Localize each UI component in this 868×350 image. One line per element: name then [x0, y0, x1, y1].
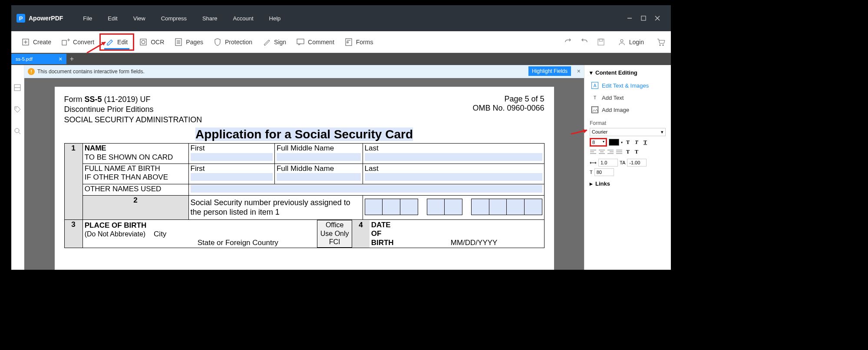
svg-point-22	[663, 44, 664, 46]
pages-button[interactable]: Pages	[169, 35, 208, 49]
chevron-down-icon: ▾	[590, 69, 593, 76]
menu-file[interactable]: File	[75, 15, 100, 22]
valign-bottom-icon[interactable]: T	[633, 148, 640, 155]
highlight-fields-button[interactable]: Highlight Fields	[528, 66, 571, 76]
comment-button[interactable]: Comment	[291, 35, 340, 49]
content-editing-header[interactable]: ▾ Content Editing	[590, 69, 666, 76]
toolbar: Create Convert Edit OCR Pages Protection…	[11, 31, 671, 53]
close-icon[interactable]	[654, 15, 660, 21]
add-image-button[interactable]: Add Image	[590, 104, 666, 116]
ssn-box[interactable]	[365, 199, 383, 215]
first-name-input[interactable]	[191, 153, 273, 161]
vspacing-input[interactable]: 80	[594, 168, 614, 176]
login-button[interactable]: Login	[613, 35, 649, 49]
font-size-input[interactable]: 8▾	[590, 138, 607, 147]
titlebar: P ApowerPDF File Edit View Compress Shar…	[11, 5, 671, 31]
notice-bar: ! This document contains interactive for…	[24, 65, 584, 78]
align-center-icon[interactable]	[598, 148, 605, 155]
dob-label: DATE OF BIRTH	[371, 221, 394, 247]
minimize-icon[interactable]	[627, 15, 633, 21]
menu-account[interactable]: Account	[225, 15, 261, 22]
last-name-input[interactable]	[365, 153, 542, 161]
ssn-box[interactable]	[400, 199, 418, 215]
italic-icon[interactable]: T	[633, 139, 640, 146]
chevron-right-icon: ▸	[590, 180, 593, 187]
svg-point-9	[142, 40, 145, 44]
pdf-page[interactable]: Page 5 of 5 OMB No. 0960-0066 Form SS-5 …	[55, 87, 554, 270]
maximize-icon[interactable]	[640, 15, 647, 21]
birth-middle-input[interactable]	[277, 173, 361, 181]
birth-first-input[interactable]	[191, 173, 273, 181]
add-text-button[interactable]: T Add Text	[590, 92, 666, 104]
notice-close-icon[interactable]: ×	[577, 68, 581, 75]
menu-edit[interactable]: Edit	[100, 15, 125, 22]
redo-icon[interactable]	[563, 37, 573, 47]
section-3-number: 3	[64, 220, 83, 248]
tab-close-icon[interactable]: ×	[59, 56, 62, 62]
ssn-box[interactable]	[471, 199, 489, 215]
menu-compress[interactable]: Compress	[153, 15, 195, 22]
links-header[interactable]: ▸ Links	[590, 180, 666, 187]
svg-point-21	[660, 44, 661, 46]
user-icon	[618, 38, 626, 46]
convert-button[interactable]: Convert	[56, 35, 99, 49]
ssn-box[interactable]	[524, 199, 542, 215]
menu-view[interactable]: View	[125, 15, 153, 22]
undo-icon[interactable]	[580, 37, 589, 47]
dob-format: MM/DD/YYYY	[451, 239, 498, 247]
first-label: First	[191, 144, 205, 152]
tag-icon[interactable]	[14, 106, 22, 114]
search-icon[interactable]	[14, 128, 22, 135]
menu-help[interactable]: Help	[261, 15, 289, 22]
birth-last-input[interactable]	[365, 173, 542, 181]
edit-button[interactable]: Edit	[99, 33, 134, 51]
underline-icon[interactable]: T	[642, 139, 649, 146]
ssn-box[interactable]	[506, 199, 525, 215]
document-tab[interactable]: ss-5.pdf ×	[11, 54, 66, 64]
pages-label: Pages	[186, 39, 203, 46]
middle-label: Full Middle Name	[277, 144, 334, 152]
valign-top-icon[interactable]: T	[624, 148, 631, 155]
discontinue-text: Discontinue Prior Editions	[64, 105, 154, 114]
svg-rect-17	[347, 42, 348, 43]
protection-button[interactable]: Protection	[208, 35, 257, 49]
tabbar: ss-5.pdf × +	[11, 53, 671, 65]
align-left-icon[interactable]	[590, 148, 597, 155]
ssn-box[interactable]	[489, 199, 507, 215]
ssn-box[interactable]	[427, 199, 445, 215]
tab-add-icon[interactable]: +	[66, 54, 77, 64]
menu-share[interactable]: Share	[195, 15, 225, 22]
edit-text-images-button[interactable]: A Edit Text & Images	[590, 79, 666, 92]
ssn-box[interactable]	[382, 199, 400, 215]
app-logo: P	[17, 14, 25, 23]
other-names-label: OTHER NAMES USED	[85, 185, 162, 193]
svg-line-27	[19, 132, 20, 134]
save-icon[interactable]	[596, 37, 606, 47]
other-names-input[interactable]	[191, 185, 542, 193]
notice-text: This document contains interactive form …	[37, 69, 145, 75]
pob-label: PLACE OF BIRTH	[85, 221, 147, 229]
bold-icon[interactable]: T	[624, 139, 631, 146]
forms-button[interactable]: Forms	[340, 35, 379, 49]
color-picker[interactable]	[609, 139, 619, 146]
hspacing-input[interactable]: 1.0	[598, 159, 618, 167]
left-sidebar	[11, 65, 24, 270]
sign-button[interactable]: Sign	[257, 35, 291, 49]
thumbnail-icon[interactable]	[14, 84, 22, 92]
svg-rect-15	[346, 39, 352, 46]
kerning-input[interactable]: -1.00	[627, 159, 647, 167]
document-area: ! This document contains interactive for…	[24, 65, 584, 270]
ocr-button[interactable]: OCR	[134, 35, 169, 49]
city-label: City	[154, 230, 166, 238]
omb-number: OMB No. 0960-0066	[472, 104, 544, 113]
middle-name-input[interactable]	[277, 153, 361, 161]
image-icon	[591, 106, 598, 113]
ssn-box[interactable]	[444, 199, 462, 215]
font-family-select[interactable]: Courier▾	[590, 128, 666, 136]
create-button[interactable]: Create	[17, 35, 56, 49]
align-justify-icon[interactable]	[616, 148, 623, 155]
edit-icon	[106, 38, 114, 46]
login-label: Login	[629, 39, 644, 46]
align-right-icon[interactable]	[607, 148, 614, 155]
cart-icon[interactable]	[656, 37, 666, 47]
